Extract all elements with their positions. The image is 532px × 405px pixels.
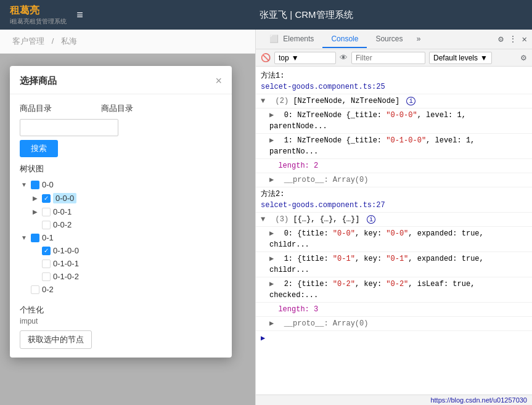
tree-label: 树状图 bbox=[20, 163, 222, 174]
console-line: ▶ __proto__: Array(0) bbox=[256, 173, 532, 187]
console-line: ▶ 0: NzTreeNode {_title: "0-0-0", level:… bbox=[256, 108, 532, 134]
obj-1: 1: {title: "0-1", key: "0-1", expanded: … bbox=[269, 255, 484, 274]
context-select[interactable]: top ▼ bbox=[274, 52, 336, 64]
menu-icon[interactable]: ≡ bbox=[76, 9, 83, 22]
method1-label: 方法1: bbox=[261, 72, 515, 80]
devtools-toolbar: 🚫 top ▼ 👁 Default levels ▼ ⚙ bbox=[256, 49, 532, 67]
status-link[interactable]: https://blog.csdn.net/u01257030 bbox=[430, 396, 527, 404]
console-line: ▼ (3) [{…}, {…}, {…}] i bbox=[256, 213, 532, 227]
modal-close-button[interactable]: × bbox=[215, 75, 222, 88]
devtools-panel: ⬜ Elements Console Sources » ⚙ ⋮ ✕ 🚫 top… bbox=[256, 30, 532, 405]
console-line: ▶ 2: {title: "0-2", key: "0-2", isLeaf: … bbox=[256, 277, 532, 303]
expand-icon: ▶ bbox=[31, 208, 39, 215]
expand-arrow-icon: ▶ bbox=[269, 255, 274, 263]
tree-item[interactable]: 0-1-0-1 bbox=[20, 257, 222, 270]
tree-node-label: 0-0-1 bbox=[53, 207, 72, 216]
console-line: ▼ (2) [NzTreeNode, NzTreeNode] i bbox=[256, 94, 532, 108]
proto-label-2: __proto__: Array(0) bbox=[279, 319, 368, 328]
array-label-2: (3) [{…}, {…}, {…}] bbox=[271, 215, 359, 224]
tree-item[interactable]: 0-2 bbox=[20, 283, 222, 296]
modal-dialog: 选择商品 × 商品目录 商品目录 搜索 树状图 bbox=[10, 66, 232, 358]
breadcrumb-current: 私海 bbox=[61, 36, 77, 46]
get-selected-button[interactable]: 获取选中的节点 bbox=[20, 330, 92, 349]
proto-expand-icon: ▶ bbox=[269, 176, 274, 184]
personalization-label: 个性化 bbox=[20, 305, 222, 316]
tree-node-label-highlighted: 0-0-0 bbox=[53, 193, 76, 203]
tree-item[interactable]: ✓ 0-1-0-0 bbox=[20, 244, 222, 257]
tree-item[interactable]: ▼ 0-0 bbox=[20, 178, 222, 191]
tree-item[interactable]: ▶ ✓ 0-0-0 bbox=[20, 191, 222, 205]
tab-sources[interactable]: Sources bbox=[367, 31, 411, 48]
logo-sub: i租葛亮租赁管理系统 bbox=[10, 17, 67, 26]
checkbox[interactable] bbox=[42, 272, 51, 281]
partial-check-icon bbox=[31, 181, 39, 189]
logo-text: 租葛亮 bbox=[10, 4, 67, 17]
left-panel: 客户管理 / 私海 选择商品 × 商品目录 商品目录 bbox=[0, 30, 256, 405]
elements-tab-label: Elements bbox=[283, 35, 314, 43]
proto-expand-icon-2: ▶ bbox=[269, 319, 274, 328]
logo-area: 租葛亮 i租葛亮租赁管理系统 ≡ bbox=[10, 4, 83, 26]
partial-check-icon bbox=[31, 234, 39, 242]
search-button[interactable]: 搜索 bbox=[20, 140, 58, 157]
personalization-section: 个性化 imput 获取选中的节点 bbox=[20, 305, 222, 349]
tab-console[interactable]: Console bbox=[322, 31, 367, 48]
checkbox[interactable] bbox=[42, 208, 51, 216]
devtools-settings-icon[interactable]: ⚙ bbox=[498, 34, 503, 44]
no-entry-icon[interactable]: 🚫 bbox=[261, 53, 271, 62]
top-title: 张亚飞 | CRM管理系统 bbox=[91, 9, 522, 21]
eye-icon[interactable]: 👁 bbox=[340, 53, 348, 62]
tree-node-label: 0-0-2 bbox=[53, 220, 72, 229]
console-line: length: 3 bbox=[256, 303, 532, 317]
checkbox[interactable] bbox=[42, 221, 51, 229]
filter-input[interactable] bbox=[351, 52, 425, 64]
devtools-close-icon[interactable]: ✕ bbox=[522, 34, 527, 44]
tree-item[interactable]: 0-1-0-2 bbox=[20, 270, 222, 283]
expand-icon: ▶ bbox=[31, 195, 39, 202]
search-input[interactable] bbox=[20, 119, 118, 136]
expand-arrow-icon[interactable]: ▼ bbox=[261, 215, 265, 224]
expand-arrow-icon: ▶ bbox=[269, 229, 274, 238]
info-icon: i bbox=[406, 97, 415, 105]
prompt-arrow-icon: ▶ bbox=[261, 333, 265, 343]
devtools-tabs: ⬜ Elements Console Sources » ⚙ ⋮ ✕ bbox=[256, 30, 532, 49]
expand-arrow-icon: ▶ bbox=[269, 111, 274, 120]
modal-header: 选择商品 × bbox=[10, 66, 232, 94]
levels-select[interactable]: Default levels ▼ bbox=[429, 52, 492, 64]
tab-elements[interactable]: ⬜ Elements bbox=[261, 31, 322, 48]
elements-inspect-icon: ⬜ bbox=[269, 35, 279, 43]
checkbox[interactable] bbox=[42, 260, 51, 268]
tree-node-label: 0-1-0-2 bbox=[53, 272, 79, 281]
console-line: 方法2: selcet-goods.component.ts:27 bbox=[256, 187, 532, 213]
expand-icon: ▼ bbox=[20, 181, 28, 188]
search-area: 搜索 bbox=[20, 119, 222, 157]
checkbox[interactable] bbox=[31, 285, 39, 294]
prompt-input[interactable] bbox=[268, 334, 527, 343]
method2-link[interactable]: selcet-goods.component.ts:27 bbox=[261, 201, 385, 210]
expand-arrow-icon: ▶ bbox=[269, 280, 274, 288]
tree-item[interactable]: ▶ 0-0-1 bbox=[20, 205, 222, 218]
context-dropdown-arrow: ▼ bbox=[292, 54, 299, 62]
checkbox[interactable]: ✓ bbox=[42, 247, 51, 255]
console-prompt[interactable]: ▶ bbox=[256, 331, 532, 345]
sources-tab-label: Sources bbox=[375, 35, 403, 43]
length-label-2: length: 3 bbox=[269, 305, 318, 314]
status-bar: https://blog.csdn.net/u01257030 bbox=[256, 395, 532, 405]
expand-arrow-icon: ▶ bbox=[269, 136, 274, 145]
console-line: ▶ 1: {title: "0-1", key: "0-1", expanded… bbox=[256, 252, 532, 277]
levels-value: Default levels bbox=[433, 54, 478, 62]
tab-more-icon[interactable]: » bbox=[411, 31, 425, 47]
context-value: top bbox=[279, 54, 289, 62]
console-output: 方法1: selcet-goods.component.ts:25 ▼ (2) … bbox=[256, 67, 532, 395]
array-label: (2) [NzTreeNode, NzTreeNode] bbox=[271, 97, 399, 105]
obj-2: 2: {title: "0-2", key: "0-2", isLeaf: tr… bbox=[269, 280, 475, 300]
tree-node-label: 0-1-0-1 bbox=[53, 259, 79, 268]
toolbar-settings-icon[interactable]: ⚙ bbox=[520, 54, 527, 62]
category-label-1: 商品目录 bbox=[20, 103, 52, 114]
devtools-more-icon[interactable]: ⋮ bbox=[509, 34, 517, 44]
tree-item[interactable]: ▼ 0-1 bbox=[20, 231, 222, 244]
expand-arrow-icon[interactable]: ▼ bbox=[261, 97, 265, 105]
checkbox[interactable]: ✓ bbox=[42, 194, 51, 203]
method1-link[interactable]: selcet-goods.component.ts:25 bbox=[261, 83, 385, 91]
tree-item[interactable]: 0-0-2 bbox=[20, 218, 222, 231]
obj-0: 0: {title: "0-0", key: "0-0", expanded: … bbox=[269, 229, 484, 249]
